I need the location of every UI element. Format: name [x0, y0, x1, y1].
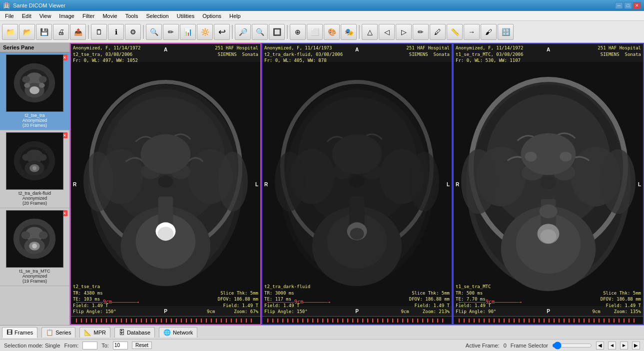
panel2-orient-top: A — [355, 47, 359, 52]
zoom-in-button[interactable]: 🔎 — [235, 24, 251, 40]
menu-item-filter[interactable]: Filter — [79, 12, 97, 20]
active-frame-label: Active Frame: — [466, 343, 500, 349]
menu-item-tools[interactable]: Tools — [122, 12, 141, 20]
tab-frames-label: Frames — [14, 330, 33, 336]
text-button[interactable]: 🔡 — [498, 24, 514, 40]
open-folder-button[interactable]: 📂 — [19, 24, 35, 40]
tab-series[interactable]: 📋 Series — [41, 327, 75, 338]
menu-item-options[interactable]: Options — [199, 12, 224, 20]
marker-button[interactable]: 🖊 — [430, 24, 446, 40]
tab-network[interactable]: 🌐 Network — [159, 327, 197, 338]
panel2-info-top-right: 251 HAF Hospital SIEMENS Sonata — [406, 45, 450, 57]
series-item-1[interactable]: ✕ t2_tse_tra Anonymized (20 — [0, 52, 69, 130]
window-button[interactable]: 🎭 — [341, 24, 357, 40]
info-button[interactable]: ℹ — [108, 24, 124, 40]
menu-item-utilities[interactable]: Utilities — [174, 12, 197, 20]
nav-last-button[interactable]: ▶ — [632, 342, 640, 350]
series-thumb-svg-1 — [6, 54, 63, 112]
viewer-area: Anonymized, F, 11/14/1972 t2_tse_tra, 03… — [70, 43, 644, 325]
zoom-fit-button[interactable]: 🔲 — [269, 24, 285, 40]
toolbar-sep-4 — [287, 25, 288, 39]
minimize-button[interactable]: ─ — [615, 2, 623, 9]
panel3-scale-bar — [454, 316, 643, 324]
svg-point-17 — [39, 154, 47, 161]
main-layout: Series Pane ✕ t2_tse_tra — [0, 43, 644, 325]
arrow-button[interactable]: → — [464, 24, 480, 40]
toolbar-sep-2 — [143, 25, 144, 39]
paint-button[interactable]: 🖌 — [481, 24, 497, 40]
menu-item-view[interactable]: View — [36, 12, 54, 20]
nav-prev-button[interactable]: ◄ — [608, 342, 616, 350]
series-item-2[interactable]: ✕ t2_tra_dark-fluid Anonymized (20 Fra — [0, 130, 69, 208]
select-button[interactable]: ⬜ — [307, 24, 323, 40]
from-input[interactable] — [82, 342, 97, 350]
panel1-scale-ruler — [76, 319, 255, 323]
reset-button[interactable]: Reset — [132, 342, 152, 349]
frames-icon: 🎞 — [6, 329, 12, 336]
panel2-scale-ruler — [267, 319, 447, 323]
series-item-3[interactable]: ✕ t1_se_tra_MTC Anonymized (19 Frames) — [0, 208, 69, 286]
menu-item-help[interactable]: Help — [226, 12, 244, 20]
panel3-orient-bottom: P — [547, 309, 550, 314]
tab-database[interactable]: 🗄 Database — [114, 327, 155, 338]
svg-point-45 — [218, 152, 248, 212]
nav-next-button[interactable]: ► — [620, 342, 628, 350]
menu-item-selection[interactable]: Selection — [143, 12, 171, 20]
panel1-orient-right: L — [255, 181, 258, 187]
triangle-button[interactable]: △ — [362, 24, 378, 40]
series-thumb-1 — [6, 54, 63, 112]
panel2-orient-right: L — [447, 181, 450, 187]
mpr-icon: 📐 — [84, 329, 91, 336]
dicom-panel-2[interactable]: Anonymized, F, 11/14/1973 t2_tra_dark-fl… — [261, 43, 453, 325]
svg-point-64 — [409, 152, 439, 212]
close-button[interactable]: ✕ — [633, 2, 641, 9]
tab-mpr[interactable]: 📐 MPR — [79, 327, 110, 338]
to-input[interactable] — [113, 342, 128, 350]
color-button[interactable]: 🎨 — [324, 24, 340, 40]
frame-selector-input[interactable] — [552, 342, 592, 349]
menu-item-movie[interactable]: Movie — [99, 12, 120, 20]
ruler-button[interactable]: 📏 — [447, 24, 463, 40]
panel1-orient-left: R — [73, 181, 76, 187]
maximize-button[interactable]: □ — [624, 2, 632, 9]
settings-button[interactable]: ⚙ — [125, 24, 141, 40]
open-button[interactable]: 📁 — [2, 24, 18, 40]
panel3-info-top-right: 251 HAF Hospital SIEMENS Sonata — [598, 45, 641, 57]
selection-mode-label: Selection mode: Single — [4, 343, 60, 349]
arrow-left-button[interactable]: ◁ — [379, 24, 395, 40]
enhance-button[interactable]: 🔆 — [197, 24, 213, 40]
series-name-1: t2_tse_tra Anonymized (20 Frames) — [22, 113, 47, 128]
pen-button[interactable]: ✏ — [413, 24, 429, 40]
series-thumb-3 — [6, 210, 63, 268]
menu-item-edit[interactable]: Edit — [19, 12, 34, 20]
export-button[interactable]: 📤 — [70, 24, 86, 40]
annotate-button[interactable]: ✏ — [163, 24, 179, 40]
svg-point-39 — [158, 227, 174, 241]
panel1-info-bottom-right: Slice Thk: 5mm DFOV: 186.88 mm Field: 1.… — [207, 290, 258, 315]
panel3-info-bottom: t1_se_tra_MTC TR: 500 ms TE: 7.70 ms Fie… — [456, 284, 496, 315]
search-button[interactable]: 🔍 — [146, 24, 162, 40]
svg-point-18 — [32, 166, 36, 170]
crosshair-button[interactable]: ⊕ — [290, 24, 306, 40]
menubar: FileEditViewImageFilterMovieToolsSelecti… — [0, 11, 644, 21]
dicom-info-button[interactable]: 🗒 — [91, 24, 107, 40]
tab-frames[interactable]: 🎞 Frames — [2, 327, 37, 338]
dicom-panel-3[interactable]: Anonymized, F, 11/14/1972 t1_se_tra_MTC,… — [453, 43, 644, 325]
svg-point-9 — [39, 83, 45, 88]
panel2-info-bottom: t2_tra_dark-fluid TR: 3000 ms TE: 117 ms… — [264, 284, 310, 315]
flip-button[interactable]: ↩ — [214, 24, 230, 40]
histogram-button[interactable]: 📊 — [180, 24, 196, 40]
svg-point-27 — [32, 244, 37, 249]
statusbar: Selection mode: Single From: To: Reset A… — [0, 339, 644, 351]
save-button[interactable]: 💾 — [36, 24, 52, 40]
svg-point-82 — [461, 149, 496, 214]
nav-first-button[interactable]: ◀ — [596, 342, 604, 350]
print-button[interactable]: 🖨 — [53, 24, 69, 40]
menu-item-file[interactable]: File — [2, 12, 17, 20]
menu-item-image[interactable]: Image — [56, 12, 77, 20]
dicom-panel-1[interactable]: Anonymized, F, 11/14/1972 t2_tse_tra, 03… — [70, 43, 261, 325]
arrow-right-button[interactable]: ▷ — [396, 24, 412, 40]
panel1-info-top: Anonymized, F, 11/14/1972 t2_tse_tra, 03… — [73, 45, 140, 64]
tab-network-label: Network — [173, 330, 193, 336]
zoom-out-button[interactable]: 🔍 — [252, 24, 268, 40]
